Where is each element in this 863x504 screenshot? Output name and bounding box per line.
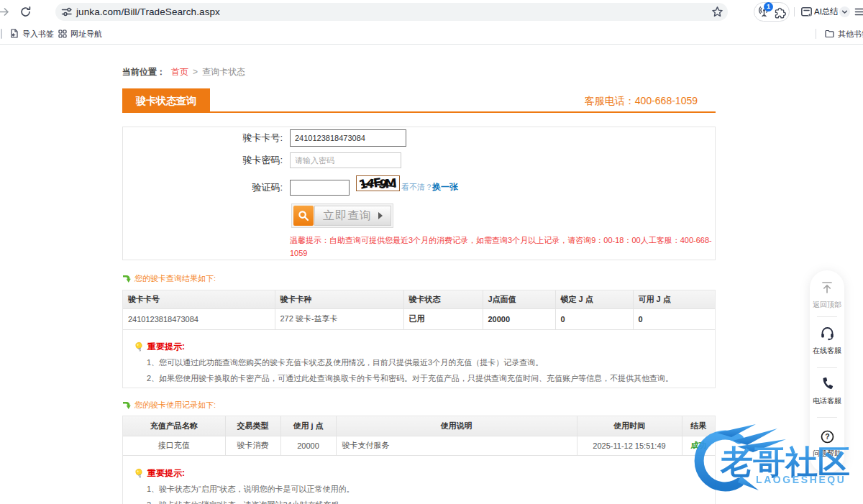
- submit-query-button[interactable]: 立即查询: [291, 203, 393, 228]
- result-tip-2: 2、如果您使用骏卡换取的卡密产品，可通过此处查询换取卡的卡号和密码。对于充值产品…: [147, 372, 708, 385]
- tab-bar: 骏卡状态查询 客服电话：400-668-1059: [122, 88, 716, 113]
- result-table-header-row: 骏卡卡号 骏卡卡种 骏卡状态 J点面值 锁定 J 点 可用 J 点: [123, 290, 715, 308]
- sidebar-divider: [817, 417, 837, 418]
- warm-notice-line1: 温馨提示：自助查询可提供您最近3个月的消费记录，如需查询3个月以上记录，请咨询9…: [290, 234, 712, 247]
- result-tips-title: 重要提示:: [147, 341, 185, 353]
- cell-card-type: 272 骏卡-益享卡: [275, 308, 403, 329]
- watermark-en-text: LAOGESHEQU: [756, 474, 846, 485]
- back-to-top-button[interactable]: 返回顶部: [810, 280, 844, 310]
- result-section-title-text: 您的骏卡查询结果如下:: [134, 273, 216, 284]
- col-card-status: 骏卡状态: [403, 290, 483, 308]
- bookmark-star-icon[interactable]: [711, 6, 723, 18]
- ai-summary-icon[interactable]: [800, 6, 813, 18]
- col-points-used: 使用 j 点: [280, 416, 336, 436]
- captcha-refresh-link[interactable]: 换一张: [432, 181, 458, 193]
- submit-query-body: 立即查询: [314, 206, 391, 226]
- browser-toolbar: junka.com/Bill/TradeSearch.aspx 1 AI总结: [0, 0, 863, 24]
- captcha-image[interactable]: 14F9M: [356, 175, 400, 191]
- breadcrumb: 当前位置：首页>查询卡状态: [122, 66, 245, 78]
- col-product-name: 充值产品名称: [123, 416, 225, 436]
- cell-card-number: 2410123818473084: [123, 308, 275, 329]
- bookmark-nav[interactable]: 网址导航: [58, 24, 102, 44]
- import-bookmark-icon: [9, 29, 19, 38]
- submit-arrow-icon: [378, 212, 383, 219]
- online-service-button[interactable]: 在线客服: [810, 326, 844, 356]
- folder-icon: [825, 29, 834, 38]
- extension-badge: 1: [764, 2, 773, 12]
- usage-tips-title: 重要提示:: [147, 467, 185, 480]
- back-to-top-icon: [820, 280, 834, 295]
- card-number-input[interactable]: [290, 129, 406, 147]
- url-bar[interactable]: junka.com/Bill/TradeSearch.aspx: [55, 3, 728, 21]
- cell-trade-type: 骏卡消费: [225, 436, 280, 455]
- cell-points-used: 20000: [280, 436, 336, 455]
- cell-locked-points: 0: [555, 308, 633, 329]
- lightbulb-icon: [134, 468, 145, 479]
- warm-notice-line2: 1059: [290, 247, 712, 260]
- usage-section-title-text: 您的骏卡使用记录如下:: [134, 400, 216, 411]
- captcha-blur-hint: 看不清？: [401, 182, 433, 193]
- col-card-number: 骏卡卡号: [123, 290, 275, 308]
- help-button[interactable]: ? 问题帮助: [810, 430, 844, 459]
- sidebar-divider: [817, 367, 837, 368]
- cell-face-value: 20000: [483, 308, 555, 329]
- online-service-label: 在线客服: [810, 346, 844, 356]
- breadcrumb-label: 当前位置：: [122, 67, 165, 77]
- headset-icon: [820, 326, 835, 341]
- col-usage-desc: 使用说明: [336, 416, 577, 436]
- usage-section-title: 您的骏卡使用记录如下:: [122, 400, 216, 411]
- col-result: 结果: [682, 416, 715, 436]
- result-table: 骏卡卡号 骏卡卡种 骏卡状态 J点面值 锁定 J 点 可用 J 点 241012…: [123, 290, 715, 330]
- lightbulb-icon: [134, 342, 145, 352]
- breadcrumb-home-link[interactable]: 首页: [171, 67, 188, 77]
- captcha-label: 验证码:: [123, 180, 283, 196]
- search-icon: [293, 206, 314, 226]
- phone-service-button[interactable]: 电话客服: [810, 377, 844, 406]
- sidebar-divider: [817, 316, 837, 317]
- cell-available-points: 0: [633, 308, 715, 329]
- card-number-label: 骏卡卡号:: [123, 129, 283, 147]
- site-settings-icon[interactable]: [60, 6, 73, 18]
- warm-notice: 温馨提示：自助查询可提供您最近3个月的消费记录，如需查询3个月以上记录，请咨询9…: [290, 234, 712, 260]
- service-phone: 客服电话：400-668-1059: [585, 95, 698, 108]
- chevron-down-icon[interactable]: [839, 6, 850, 17]
- toolbar-separator: [794, 7, 795, 17]
- back-to-top-label: 返回顶部: [810, 300, 844, 310]
- green-arrow-icon: [122, 275, 131, 283]
- password-label: 骏卡密码:: [123, 152, 283, 168]
- usage-tip-1: 1、骏卡状态为“启用”状态，说明您的卡是可以正常使用的。: [147, 483, 708, 495]
- usage-box: 充值产品名称 交易类型 使用 j 点 使用说明 使用时间 结果 接口充值 骏卡消…: [122, 416, 716, 504]
- clipped-bookmark-divider: [1, 29, 2, 39]
- result-section-title: 您的骏卡查询结果如下:: [122, 273, 216, 284]
- bookmark-import[interactable]: 导入书签: [9, 24, 54, 44]
- cell-usage-time: 2025-11-12 15:51:49: [577, 436, 682, 455]
- url-text[interactable]: junka.com/Bill/TradeSearch.aspx: [76, 3, 220, 21]
- captcha-input[interactable]: [290, 180, 350, 196]
- result-table-row: 2410123818473084 272 骏卡-益享卡 已用 20000 0 0: [123, 308, 715, 329]
- menu-icon[interactable]: [854, 6, 863, 18]
- phone-service-label: 电话客服: [810, 396, 844, 406]
- reload-icon[interactable]: [19, 6, 32, 18]
- usage-table-row: 接口充值 骏卡消费 20000 骏卡支付服务 2025-11-12 15:51:…: [123, 436, 715, 455]
- result-tip-1: 1、您可以通过此功能查询您购买的骏卡充值卡状态及使用情况，目前只提供最近3个月的…: [147, 357, 708, 369]
- password-input[interactable]: [290, 152, 401, 168]
- col-usage-time: 使用时间: [577, 416, 682, 436]
- tab-card-status-query[interactable]: 骏卡状态查询: [122, 88, 210, 113]
- green-arrow-icon: [122, 401, 131, 410]
- breadcrumb-separator: >: [193, 67, 198, 77]
- phone-icon: [820, 377, 834, 391]
- grid-icon: [58, 29, 67, 38]
- usage-tips: 重要提示: 1、骏卡状态为“启用”状态，说明您的卡是可以正常使用的。 2、骏卡状…: [123, 456, 715, 504]
- other-bookmarks[interactable]: 其他书签: [825, 24, 863, 44]
- col-card-type: 骏卡卡种: [275, 290, 403, 308]
- ai-summary-label[interactable]: AI总结: [814, 0, 839, 24]
- col-face-value: J点面值: [483, 290, 555, 308]
- submit-query-label: 立即查询: [323, 209, 372, 224]
- usage-tip-2: 2、骏卡状态位“锁定”状态，请咨询网站24小时在线客服。: [147, 499, 708, 504]
- col-locked-points: 锁定 J 点: [555, 290, 633, 308]
- forward-icon[interactable]: [0, 6, 10, 18]
- result-tips: 重要提示: 1、您可以通过此功能查询您购买的骏卡充值卡状态及使用情况，目前只提供…: [123, 330, 715, 385]
- extensions-puzzle-icon[interactable]: [774, 6, 786, 19]
- cell-usage-desc: 骏卡支付服务: [336, 436, 577, 455]
- other-bookmarks-label: 其他书签: [838, 29, 863, 38]
